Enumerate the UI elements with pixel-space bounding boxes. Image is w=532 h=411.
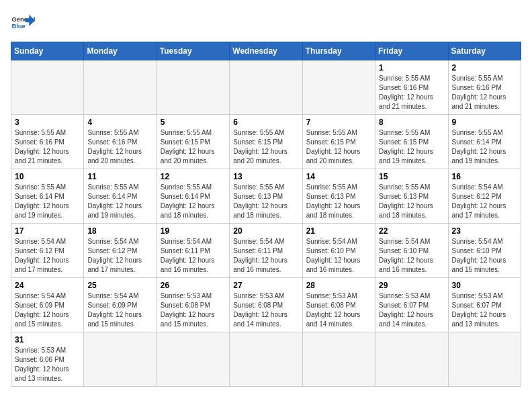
day-info: Sunrise: 5:55 AM Sunset: 6:14 PM Dayligh…: [452, 128, 517, 166]
day-info: Sunrise: 5:54 AM Sunset: 6:12 PM Dayligh…: [15, 237, 80, 275]
calendar-cell: 23Sunrise: 5:54 AM Sunset: 6:10 PM Dayli…: [448, 224, 521, 278]
day-info: Sunrise: 5:54 AM Sunset: 6:11 PM Dayligh…: [233, 237, 298, 275]
day-number: 13: [233, 172, 298, 181]
weekday-header-wednesday: Wednesday: [230, 42, 302, 60]
day-number: 21: [306, 226, 371, 236]
calendar-table: SundayMondayTuesdayWednesdayThursdayFrid…: [11, 42, 521, 387]
calendar-cell: 12Sunrise: 5:55 AM Sunset: 6:14 PM Dayli…: [157, 169, 229, 224]
calendar-cell: 4Sunrise: 5:55 AM Sunset: 6:16 PM Daylig…: [84, 115, 157, 169]
day-info: Sunrise: 5:55 AM Sunset: 6:13 PM Dayligh…: [306, 183, 371, 220]
calendar-cell: 24Sunrise: 5:54 AM Sunset: 6:09 PM Dayli…: [11, 278, 84, 332]
day-info: Sunrise: 5:54 AM Sunset: 6:09 PM Dayligh…: [87, 291, 152, 329]
calendar-cell: 14Sunrise: 5:55 AM Sunset: 6:13 PM Dayli…: [302, 169, 375, 224]
calendar-cell: 21Sunrise: 5:54 AM Sunset: 6:10 PM Dayli…: [302, 224, 375, 278]
calendar-cell: 5Sunrise: 5:55 AM Sunset: 6:15 PM Daylig…: [157, 115, 229, 169]
calendar-cell: 27Sunrise: 5:53 AM Sunset: 6:08 PM Dayli…: [230, 278, 302, 332]
page-header: General Blue: [11, 11, 521, 35]
day-number: 26: [161, 281, 226, 290]
day-number: 30: [452, 281, 517, 290]
calendar-week-4: 17Sunrise: 5:54 AM Sunset: 6:12 PM Dayli…: [11, 224, 521, 278]
day-number: 8: [379, 118, 444, 127]
calendar-cell: 2Sunrise: 5:55 AM Sunset: 6:16 PM Daylig…: [448, 60, 521, 115]
day-info: Sunrise: 5:53 AM Sunset: 6:08 PM Dayligh…: [233, 291, 298, 329]
day-info: Sunrise: 5:54 AM Sunset: 6:11 PM Dayligh…: [161, 237, 226, 275]
day-info: Sunrise: 5:55 AM Sunset: 6:14 PM Dayligh…: [15, 183, 80, 220]
calendar-cell: 18Sunrise: 5:54 AM Sunset: 6:12 PM Dayli…: [84, 224, 157, 278]
day-number: 1: [379, 63, 444, 73]
day-number: 3: [15, 118, 80, 127]
calendar-cell: 16Sunrise: 5:54 AM Sunset: 6:12 PM Dayli…: [448, 169, 521, 224]
day-info: Sunrise: 5:54 AM Sunset: 6:10 PM Dayligh…: [379, 237, 444, 275]
calendar-cell: [302, 332, 375, 387]
day-info: Sunrise: 5:54 AM Sunset: 6:12 PM Dayligh…: [452, 183, 517, 220]
day-number: 14: [306, 172, 371, 181]
day-number: 23: [452, 226, 517, 236]
calendar-week-3: 10Sunrise: 5:55 AM Sunset: 6:14 PM Dayli…: [11, 169, 521, 224]
day-number: 9: [452, 118, 517, 127]
day-number: 18: [87, 226, 152, 236]
day-info: Sunrise: 5:55 AM Sunset: 6:16 PM Dayligh…: [452, 74, 517, 111]
day-info: Sunrise: 5:53 AM Sunset: 6:08 PM Dayligh…: [161, 291, 226, 329]
weekday-header-monday: Monday: [84, 42, 157, 60]
calendar-cell: 22Sunrise: 5:54 AM Sunset: 6:10 PM Dayli…: [375, 224, 448, 278]
calendar-cell: [375, 332, 448, 387]
day-info: Sunrise: 5:55 AM Sunset: 6:15 PM Dayligh…: [306, 128, 371, 166]
calendar-cell: 10Sunrise: 5:55 AM Sunset: 6:14 PM Dayli…: [11, 169, 84, 224]
day-info: Sunrise: 5:53 AM Sunset: 6:06 PM Dayligh…: [15, 346, 80, 383]
calendar-header: SundayMondayTuesdayWednesdayThursdayFrid…: [11, 42, 521, 60]
day-info: Sunrise: 5:55 AM Sunset: 6:15 PM Dayligh…: [233, 128, 298, 166]
calendar-week-5: 24Sunrise: 5:54 AM Sunset: 6:09 PM Dayli…: [11, 278, 521, 332]
day-number: 15: [379, 172, 444, 181]
day-number: 16: [452, 172, 517, 181]
day-number: 27: [233, 281, 298, 290]
calendar-cell: [302, 60, 375, 115]
day-number: 20: [233, 226, 298, 236]
weekday-header-sunday: Sunday: [11, 42, 84, 60]
day-number: 2: [452, 63, 517, 73]
calendar-week-2: 3Sunrise: 5:55 AM Sunset: 6:16 PM Daylig…: [11, 115, 521, 169]
svg-text:Blue: Blue: [11, 23, 25, 30]
calendar-cell: [157, 332, 229, 387]
day-info: Sunrise: 5:55 AM Sunset: 6:14 PM Dayligh…: [161, 183, 226, 220]
day-info: Sunrise: 5:55 AM Sunset: 6:16 PM Dayligh…: [379, 74, 444, 111]
calendar-cell: 17Sunrise: 5:54 AM Sunset: 6:12 PM Dayli…: [11, 224, 84, 278]
calendar-cell: 28Sunrise: 5:53 AM Sunset: 6:08 PM Dayli…: [302, 278, 375, 332]
day-number: 4: [87, 118, 152, 127]
calendar-cell: 9Sunrise: 5:55 AM Sunset: 6:14 PM Daylig…: [448, 115, 521, 169]
logo-icon: General Blue: [11, 11, 35, 35]
day-number: 22: [379, 226, 444, 236]
calendar-cell: 25Sunrise: 5:54 AM Sunset: 6:09 PM Dayli…: [84, 278, 157, 332]
weekday-header-tuesday: Tuesday: [157, 42, 229, 60]
day-number: 19: [161, 226, 226, 236]
day-info: Sunrise: 5:55 AM Sunset: 6:15 PM Dayligh…: [161, 128, 226, 166]
calendar-cell: 11Sunrise: 5:55 AM Sunset: 6:14 PM Dayli…: [84, 169, 157, 224]
day-info: Sunrise: 5:55 AM Sunset: 6:15 PM Dayligh…: [379, 128, 444, 166]
day-number: 7: [306, 118, 371, 127]
day-info: Sunrise: 5:54 AM Sunset: 6:12 PM Dayligh…: [87, 237, 152, 275]
calendar-cell: 13Sunrise: 5:55 AM Sunset: 6:13 PM Dayli…: [230, 169, 302, 224]
calendar-cell: 31Sunrise: 5:53 AM Sunset: 6:06 PM Dayli…: [11, 332, 84, 387]
calendar-cell: 29Sunrise: 5:53 AM Sunset: 6:07 PM Dayli…: [375, 278, 448, 332]
calendar-cell: [84, 60, 157, 115]
calendar-cell: 30Sunrise: 5:53 AM Sunset: 6:07 PM Dayli…: [448, 278, 521, 332]
day-number: 25: [87, 281, 152, 290]
day-info: Sunrise: 5:54 AM Sunset: 6:10 PM Dayligh…: [306, 237, 371, 275]
calendar-cell: 3Sunrise: 5:55 AM Sunset: 6:16 PM Daylig…: [11, 115, 84, 169]
calendar-cell: 19Sunrise: 5:54 AM Sunset: 6:11 PM Dayli…: [157, 224, 229, 278]
day-number: 11: [87, 172, 152, 181]
calendar-cell: [157, 60, 229, 115]
day-number: 24: [15, 281, 80, 290]
calendar-cell: 1Sunrise: 5:55 AM Sunset: 6:16 PM Daylig…: [375, 60, 448, 115]
day-info: Sunrise: 5:55 AM Sunset: 6:13 PM Dayligh…: [379, 183, 444, 220]
calendar-cell: 7Sunrise: 5:55 AM Sunset: 6:15 PM Daylig…: [302, 115, 375, 169]
day-number: 12: [161, 172, 226, 181]
calendar-cell: [11, 60, 84, 115]
calendar-cell: 26Sunrise: 5:53 AM Sunset: 6:08 PM Dayli…: [157, 278, 229, 332]
day-info: Sunrise: 5:53 AM Sunset: 6:07 PM Dayligh…: [452, 291, 517, 329]
day-number: 17: [15, 226, 80, 236]
calendar-cell: [448, 332, 521, 387]
calendar-cell: 6Sunrise: 5:55 AM Sunset: 6:15 PM Daylig…: [230, 115, 302, 169]
day-number: 28: [306, 281, 371, 290]
weekday-header-friday: Friday: [375, 42, 448, 60]
calendar-week-1: 1Sunrise: 5:55 AM Sunset: 6:16 PM Daylig…: [11, 60, 521, 115]
